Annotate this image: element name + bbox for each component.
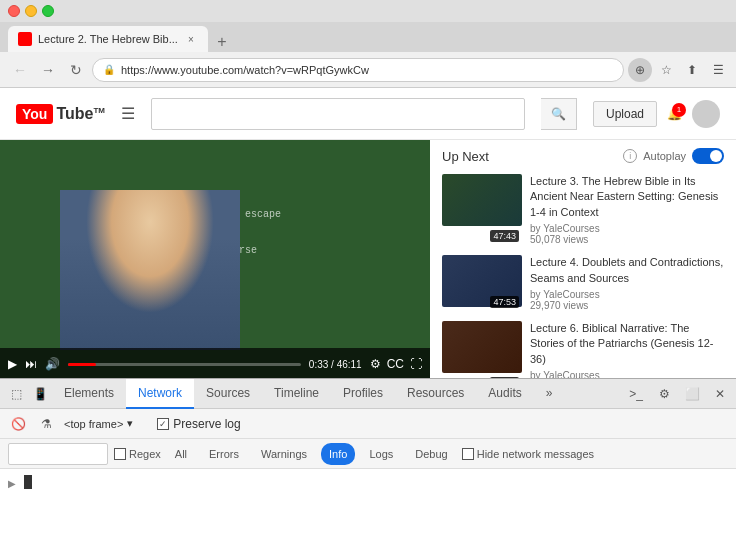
video-info-2: Lecture 6. Biblical Narrative: The Stori…	[530, 321, 724, 378]
video-player[interactable]: 8. Salvation is escape divine/hu 9. Amor…	[0, 140, 430, 378]
hide-network-option: Hide network messages	[462, 448, 594, 460]
video-card-2[interactable]: 49:17 Lecture 6. Biblical Narrative: The…	[442, 321, 724, 378]
new-tab-button[interactable]: +	[212, 32, 232, 52]
settings-button[interactable]: ⚙	[370, 357, 381, 371]
devtools-inspect-icon[interactable]: ⬚	[4, 382, 28, 406]
video-channel-1: by YaleCourses	[530, 289, 724, 300]
autoplay-toggle[interactable]	[692, 148, 724, 164]
devtools-dock-icon[interactable]: ⬜	[680, 382, 704, 406]
up-next-panel: Up Next i Autoplay 47:43	[430, 140, 736, 378]
autoplay-info-icon[interactable]: i	[623, 149, 637, 163]
maximize-button[interactable]	[42, 5, 54, 17]
play-pause-button[interactable]: ▶	[8, 357, 17, 371]
address-bar[interactable]: 🔒 https://www.youtube.com/watch?v=wRPqtG…	[92, 58, 624, 82]
filter-all[interactable]: All	[167, 443, 195, 465]
tab-audits[interactable]: Audits	[476, 379, 533, 409]
youtube-page: You TubeTM ☰ 🔍 Upload 🔔 1 8. Salvation i…	[0, 88, 736, 378]
youtube-logo[interactable]: You TubeTM	[16, 104, 105, 124]
devtools-mobile-icon[interactable]: 📱	[28, 382, 52, 406]
menu-icon[interactable]: ☰	[708, 60, 728, 80]
tab-more[interactable]: »	[534, 379, 565, 409]
filter-debug[interactable]: Debug	[407, 443, 455, 465]
up-next-header: Up Next i Autoplay	[442, 148, 724, 164]
minimize-button[interactable]	[25, 5, 37, 17]
video-controls-right: ⚙ CC ⛶	[370, 357, 422, 371]
devtools-clear-button[interactable]: 🚫	[8, 414, 28, 434]
video-card-1[interactable]: 47:53 Lecture 4. Doublets and Contradict…	[442, 255, 724, 311]
console-input	[24, 475, 32, 491]
youtube-header-right: Upload 🔔 1	[593, 100, 720, 128]
regex-option: Regex	[114, 448, 161, 460]
forward-button[interactable]: →	[36, 58, 60, 82]
browser-search-button[interactable]: ⊕	[628, 58, 652, 82]
video-card-0[interactable]: 47:43 Lecture 3. The Hebrew Bible in Its…	[442, 174, 724, 245]
star-icon[interactable]: ☆	[656, 60, 676, 80]
console-prompt-line[interactable]: ▶	[8, 473, 728, 493]
presenter-figure	[60, 190, 240, 350]
devtools-console-icon[interactable]: >_	[624, 382, 648, 406]
volume-button[interactable]: 🔊	[45, 357, 60, 371]
youtube-menu-button[interactable]: ☰	[121, 104, 135, 123]
filter-logs[interactable]: Logs	[361, 443, 401, 465]
devtools-filter-icon[interactable]: ⚗	[36, 414, 56, 434]
devtools-panel: ⬚ 📱 Elements Network Sources Timeline Pr…	[0, 378, 736, 540]
reload-button[interactable]: ↻	[64, 58, 88, 82]
video-title-0: Lecture 3. The Hebrew Bible in Its Ancie…	[530, 174, 724, 220]
tab-sources[interactable]: Sources	[194, 379, 262, 409]
tab-timeline[interactable]: Timeline	[262, 379, 331, 409]
video-title-1: Lecture 4. Doublets and Contradictions, …	[530, 255, 724, 286]
tab-close-button[interactable]: ×	[184, 32, 198, 46]
console-expand-arrow[interactable]: ▶	[8, 478, 16, 489]
console-area: ▶	[0, 469, 736, 540]
toggle-knob	[710, 150, 722, 162]
tab-elements[interactable]: Elements	[52, 379, 126, 409]
preserve-log-checkbox[interactable]: ✓	[157, 418, 169, 430]
user-avatar[interactable]	[692, 100, 720, 128]
youtube-header: You TubeTM ☰ 🔍 Upload 🔔 1	[0, 88, 736, 140]
regex-checkbox[interactable]	[114, 448, 126, 460]
devtools-settings-icon[interactable]: ⚙	[652, 382, 676, 406]
video-progress-fill	[68, 363, 96, 366]
tab-bar: Lecture 2. The Hebrew Bib... × +	[0, 22, 736, 52]
frame-selector: <top frame> ▾	[64, 417, 133, 430]
youtube-search-button[interactable]: 🔍	[541, 98, 577, 130]
tab-profiles[interactable]: Profiles	[331, 379, 395, 409]
video-progress-bar[interactable]	[68, 363, 301, 366]
video-views-0: 50,078 views	[530, 234, 724, 245]
youtube-search-input[interactable]	[151, 98, 525, 130]
autoplay-section: i Autoplay	[623, 148, 724, 164]
filter-input[interactable]	[8, 443, 108, 465]
captions-button[interactable]: CC	[387, 357, 404, 371]
frame-label: <top frame>	[64, 418, 123, 430]
skip-button[interactable]: ⏭	[25, 357, 37, 371]
browser-toolbar: ← → ↻ 🔒 https://www.youtube.com/watch?v=…	[0, 52, 736, 88]
video-info-1: Lecture 4. Doublets and Contradictions, …	[530, 255, 724, 311]
preserve-log-section: ✓ Preserve log	[157, 417, 240, 431]
traffic-lights	[8, 5, 54, 17]
thumb-img-2	[442, 321, 522, 373]
yt-logo-sup: TM	[93, 105, 105, 114]
devtools-close-icon[interactable]: ✕	[708, 382, 732, 406]
browser-tab[interactable]: Lecture 2. The Hebrew Bib... ×	[8, 26, 208, 52]
filter-info[interactable]: Info	[321, 443, 355, 465]
fullscreen-button[interactable]: ⛶	[410, 357, 422, 371]
frame-dropdown-arrow[interactable]: ▾	[127, 417, 133, 430]
tab-network[interactable]: Network	[126, 379, 194, 409]
filter-errors[interactable]: Errors	[201, 443, 247, 465]
cursor	[24, 475, 32, 489]
video-controls: ▶ ⏭ 🔊 0:33 / 46:11 ⚙ CC ⛶	[0, 348, 430, 378]
devtools-tab-icons: >_ ⚙ ⬜ ✕	[624, 382, 732, 406]
filter-warnings[interactable]: Warnings	[253, 443, 315, 465]
close-button[interactable]	[8, 5, 20, 17]
share-icon[interactable]: ⬆	[682, 60, 702, 80]
url-text: https://www.youtube.com/watch?v=wRPqtGyw…	[121, 64, 369, 76]
hide-network-checkbox[interactable]	[462, 448, 474, 460]
tab-resources[interactable]: Resources	[395, 379, 476, 409]
title-bar	[0, 0, 736, 22]
back-button[interactable]: ←	[8, 58, 32, 82]
upload-button[interactable]: Upload	[593, 101, 657, 127]
video-channel-2: by YaleCourses	[530, 370, 724, 378]
notification-button[interactable]: 🔔 1	[667, 107, 682, 121]
regex-label: Regex	[129, 448, 161, 460]
video-presenter	[60, 190, 240, 350]
